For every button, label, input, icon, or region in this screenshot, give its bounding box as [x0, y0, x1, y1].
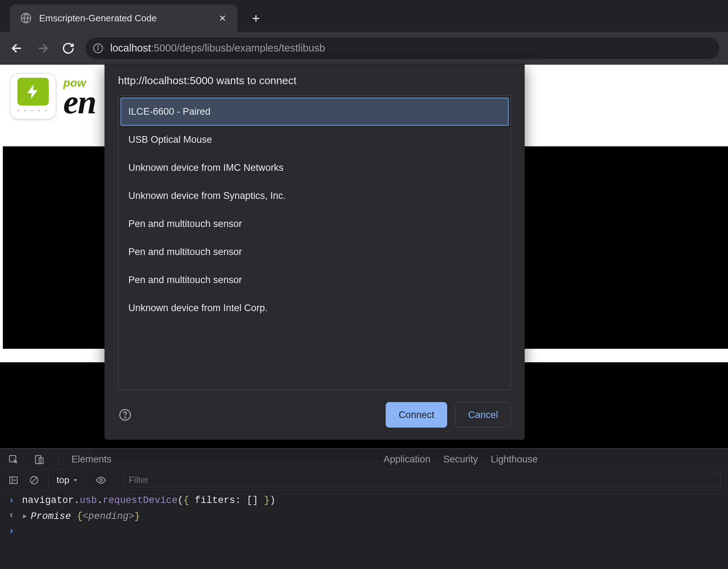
- back-button[interactable]: [9, 40, 26, 57]
- url-text: localhost:5000/deps/libusb/examples/test…: [110, 42, 325, 54]
- svg-rect-9: [10, 477, 17, 483]
- console-prompt[interactable]: ›: [0, 524, 728, 539]
- tab-title: Emscripten-Generated Code: [39, 13, 210, 24]
- console-output-text[interactable]: ▸Promise {<pending>}: [22, 510, 140, 522]
- usb-device-chooser-dialog: http://localhost:5000 wants to connect I…: [105, 65, 525, 440]
- svg-point-3: [98, 45, 98, 46]
- device-item[interactable]: ILCE-6600 - Paired: [121, 98, 509, 126]
- address-bar[interactable]: localhost:5000/deps/libusb/examples/test…: [85, 38, 719, 59]
- site-info-icon[interactable]: [92, 42, 105, 55]
- devtools-tabs: Elements Console Sources Network Perform…: [0, 449, 728, 470]
- devtools-tab-application[interactable]: Application: [384, 450, 430, 469]
- devtools-tab-security[interactable]: Security: [443, 450, 478, 469]
- device-item[interactable]: Unknown device from Synaptics, Inc.: [121, 182, 509, 210]
- close-tab-icon[interactable]: [218, 13, 228, 23]
- console-output: › navigator.usb.requestDevice({ filters:…: [0, 490, 728, 569]
- chevron-left-icon: ‹: [9, 510, 16, 521]
- device-item[interactable]: Pen and multitouch sensor: [121, 238, 509, 266]
- reload-button[interactable]: [60, 40, 77, 57]
- new-tab-button[interactable]: [245, 8, 267, 29]
- live-expression-icon[interactable]: [95, 474, 107, 487]
- console-toolbar: top: [0, 470, 728, 490]
- cancel-button[interactable]: Cancel: [455, 402, 511, 428]
- browser-tab-bar: Emscripten-Generated Code: [0, 0, 728, 32]
- console-filter-input[interactable]: [123, 473, 721, 487]
- chevron-right-icon: ›: [9, 495, 16, 506]
- dialog-title: http://localhost:5000 wants to connect: [118, 75, 511, 87]
- console-input-line: › navigator.usb.requestDevice({ filters:…: [0, 493, 728, 508]
- device-toggle-icon[interactable]: [33, 453, 46, 466]
- devtools-tab-lighthouse[interactable]: Lighthouse: [491, 450, 537, 469]
- emscripten-logo: • • • • • pow en: [10, 73, 96, 119]
- clear-console-icon[interactable]: [28, 474, 41, 487]
- console-output-line: ‹ ▸Promise {<pending>}: [0, 508, 728, 524]
- device-item[interactable]: Pen and multitouch sensor: [121, 266, 509, 294]
- svg-rect-7: [36, 455, 41, 464]
- svg-point-13: [100, 479, 102, 482]
- svg-point-5: [125, 417, 125, 418]
- logo-text-en: en: [63, 88, 96, 116]
- device-list[interactable]: ILCE-6600 - Paired USB Optical Mouse Unk…: [118, 95, 511, 390]
- device-item[interactable]: Pen and multitouch sensor: [121, 210, 509, 238]
- device-item[interactable]: Unknown device from IMC Networks: [121, 154, 509, 182]
- console-sidebar-toggle-icon[interactable]: [7, 474, 20, 487]
- console-input-text: navigator.usb.requestDevice({ filters: […: [22, 495, 275, 506]
- inspect-icon[interactable]: [7, 453, 20, 466]
- globe-icon: [20, 12, 32, 24]
- help-icon[interactable]: [118, 408, 132, 422]
- svg-line-12: [32, 478, 37, 483]
- console-context-selector[interactable]: top: [57, 475, 79, 486]
- devtools-panel: Elements Console Sources Network Perform…: [0, 448, 728, 569]
- browser-toolbar: localhost:5000/deps/libusb/examples/test…: [0, 32, 728, 65]
- browser-tab[interactable]: Emscripten-Generated Code: [10, 4, 237, 32]
- devtools-tab-elements[interactable]: Elements: [71, 450, 112, 469]
- device-item[interactable]: Unknown device from Intel Corp.: [121, 294, 509, 322]
- forward-button[interactable]: [34, 40, 51, 57]
- connect-button[interactable]: Connect: [386, 402, 447, 428]
- emscripten-icon: • • • • •: [10, 73, 56, 119]
- device-item[interactable]: USB Optical Mouse: [121, 126, 509, 154]
